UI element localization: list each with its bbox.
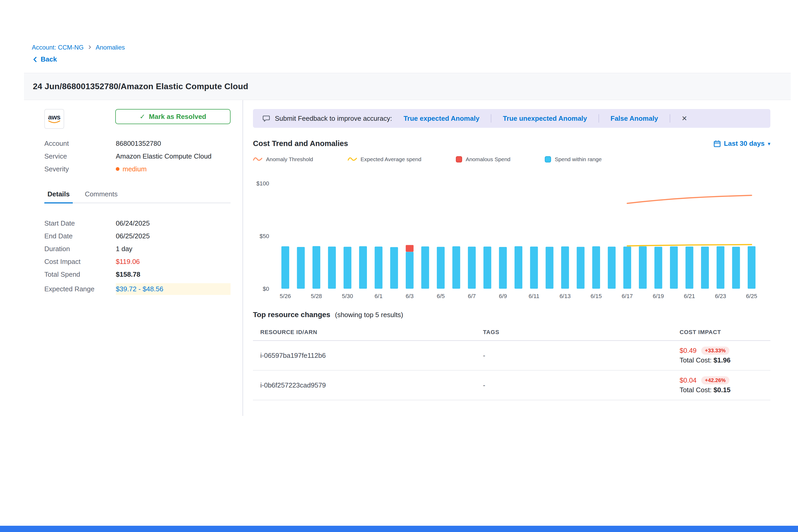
- svg-text:6/5: 6/5: [437, 293, 445, 299]
- svg-text:6/7: 6/7: [468, 293, 476, 299]
- feedback-prompt: Submit Feedback to improve accuracy:: [275, 114, 392, 122]
- account-value: 868001352780: [116, 139, 230, 148]
- svg-text:6/13: 6/13: [559, 293, 571, 299]
- total-cost-label: Total Cost:: [680, 356, 712, 364]
- spend-within-range-swatch: [545, 156, 551, 163]
- svg-text:6/19: 6/19: [653, 293, 664, 299]
- svg-text:6/15: 6/15: [591, 293, 602, 299]
- start-date-value: 06/24/2025: [116, 219, 230, 227]
- page-title-band: 24 Jun/868001352780/Amazon Elastic Compu…: [24, 73, 791, 100]
- feedback-banner: Submit Feedback to improve accuracy: Tru…: [253, 109, 771, 128]
- end-date-row: End Date 06/25/2025: [44, 230, 230, 243]
- cost-trend-chart: $0$50$1005/265/285/306/16/36/56/76/96/11…: [253, 179, 771, 305]
- aws-logo: aws: [44, 109, 64, 129]
- expected-range-value: $39.72 - $48.56: [116, 283, 230, 295]
- col-resource-id: RESOURCE ID/ARN: [260, 329, 483, 336]
- aws-logo-text: aws: [48, 114, 60, 120]
- tab-comments[interactable]: Comments: [82, 186, 121, 202]
- legend-label: Expected Average spend: [361, 156, 421, 163]
- table-header-row: RESOURCE ID/ARN TAGS COST IMPACT: [253, 324, 771, 341]
- duration-label: Duration: [44, 245, 116, 253]
- banner-divider: [598, 114, 599, 122]
- chevron-left-icon: [32, 56, 39, 63]
- total-spend-label: Total Spend: [44, 270, 116, 279]
- svg-text:6/1: 6/1: [375, 293, 383, 299]
- cost-impact-value: $119.06: [116, 258, 230, 266]
- svg-text:$0: $0: [263, 286, 269, 292]
- summary-fields: Account 868001352780 Service Amazon Elas…: [44, 137, 230, 175]
- breadcrumb-anomalies-link[interactable]: Anomalies: [96, 44, 125, 51]
- total-cost-label: Total Cost:: [680, 386, 712, 394]
- change-percent-badge: +33.33%: [701, 347, 729, 355]
- page-title: 24 Jun/868001352780/Amazon Elastic Compu…: [33, 82, 791, 91]
- table-row: i-0b6f257223cad9579 - $0.04 +42.26% Tota…: [253, 370, 771, 400]
- banner-divider: [491, 114, 491, 122]
- top-bar: Account: CCM-NG Anomalies Back: [24, 0, 791, 63]
- col-tags: TAGS: [483, 329, 680, 336]
- svg-text:5/30: 5/30: [342, 293, 353, 299]
- resource-tags: -: [483, 381, 680, 390]
- legend-label: Anomaly Threshold: [266, 156, 313, 163]
- svg-text:6/25: 6/25: [746, 293, 757, 299]
- breadcrumb-account-link[interactable]: Account: CCM-NG: [32, 44, 84, 51]
- total-spend-row: Total Spend $158.78: [44, 268, 230, 281]
- legend-anomalous-spend: Anomalous Spend: [456, 156, 511, 163]
- severity-label: Severity: [44, 165, 116, 173]
- chevron-right-icon: [87, 44, 92, 51]
- legend-spend-within-range: Spend within range: [545, 156, 602, 163]
- legend-expected-average: Expected Average spend: [348, 156, 421, 163]
- close-icon[interactable]: ✕: [681, 114, 688, 123]
- page: Account: CCM-NG Anomalies Back 24 Jun/86…: [0, 0, 798, 532]
- anomaly-summary-panel: aws ✓ Mark as Resolved Account 868001352…: [24, 100, 243, 416]
- date-range-label: Last 30 days: [724, 139, 765, 148]
- col-cost-impact: COST IMPACT: [680, 329, 771, 336]
- banner-divider: [670, 114, 670, 122]
- feedback-false-anomaly[interactable]: False Anomaly: [610, 114, 658, 122]
- mark-resolved-label: Mark as Resolved: [149, 113, 206, 121]
- total-cost-value: $1.96: [714, 356, 730, 364]
- svg-text:6/21: 6/21: [684, 293, 695, 299]
- total-cost-value: $0.15: [714, 386, 730, 394]
- back-label: Back: [41, 55, 57, 63]
- severity-text: medium: [122, 165, 147, 173]
- start-date-label: Start Date: [44, 219, 116, 227]
- mark-resolved-button[interactable]: ✓ Mark as Resolved: [115, 109, 230, 124]
- chart-title: Cost Trend and Anomalies: [253, 139, 348, 148]
- legend-label: Anomalous Spend: [466, 156, 511, 163]
- severity-dot-icon: [116, 167, 119, 171]
- tab-details[interactable]: Details: [44, 186, 73, 202]
- chart-legend: Anomaly Threshold Expected Average spend…: [253, 156, 771, 163]
- feedback-true-unexpected[interactable]: True unexpected Anomaly: [503, 114, 587, 122]
- table-row: i-06597ba197fe112b6 - $0.49 +33.33% Tota…: [253, 341, 771, 370]
- detail-tabs: Details Comments: [44, 186, 230, 204]
- date-range-selector[interactable]: Last 30 days ▾: [714, 139, 771, 148]
- cost-impact-row: Cost Impact $119.06: [44, 255, 230, 268]
- svg-text:5/26: 5/26: [280, 293, 291, 299]
- legend-anomaly-threshold: Anomaly Threshold: [253, 156, 313, 163]
- service-row: Service Amazon Elastic Compute Cloud: [44, 150, 230, 163]
- duration-row: Duration 1 day: [44, 243, 230, 255]
- severity-value: medium: [116, 165, 230, 173]
- cost-impact-amount: $0.04: [680, 376, 697, 384]
- resource-changes-table: RESOURCE ID/ARN TAGS COST IMPACT i-06597…: [253, 324, 771, 400]
- feedback-true-expected[interactable]: True expected Anomaly: [403, 114, 479, 122]
- svg-text:6/23: 6/23: [715, 293, 726, 299]
- cost-impact-label: Cost Impact: [44, 258, 116, 266]
- resources-subtitle: (showing top 5 results): [335, 311, 403, 319]
- svg-text:$100: $100: [256, 180, 269, 187]
- back-button[interactable]: Back: [32, 55, 791, 63]
- resource-tags: -: [483, 352, 680, 360]
- total-spend-value: $158.78: [116, 270, 230, 279]
- svg-text:6/3: 6/3: [406, 293, 414, 299]
- end-date-label: End Date: [44, 232, 116, 240]
- account-row: Account 868001352780: [44, 137, 230, 150]
- aws-smile-icon: [48, 120, 60, 124]
- calendar-icon: [714, 140, 721, 147]
- resources-title: Top resource changes: [253, 310, 330, 319]
- svg-text:6/17: 6/17: [622, 293, 633, 299]
- cost-impact-cell: $0.49 +33.33% Total Cost: $1.96: [680, 347, 771, 364]
- account-label: Account: [44, 139, 116, 148]
- svg-text:6/11: 6/11: [529, 293, 539, 299]
- top-resource-changes-heading: Top resource changes (showing top 5 resu…: [253, 310, 771, 319]
- cost-impact-cell: $0.04 +42.26% Total Cost: $0.15: [680, 376, 771, 394]
